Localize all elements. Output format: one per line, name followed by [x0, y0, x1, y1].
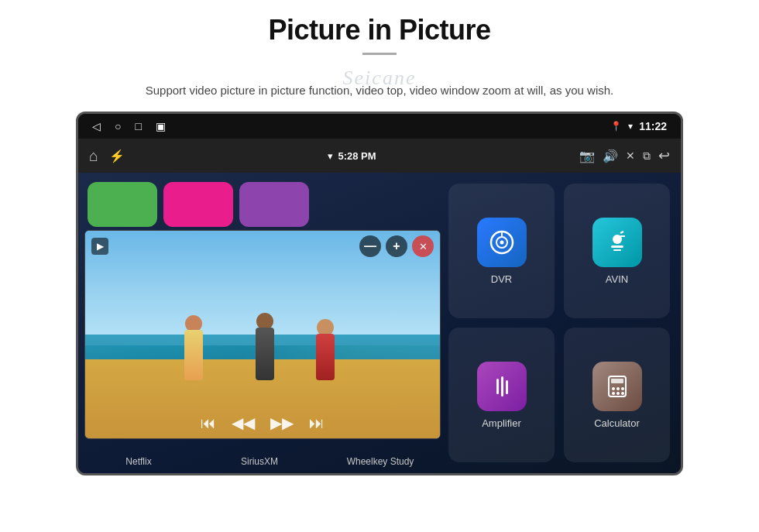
top-app-icons — [78, 173, 441, 227]
close-window-icon[interactable]: ✕ — [626, 149, 635, 162]
svg-rect-16 — [611, 379, 623, 383]
svg-point-19 — [621, 387, 624, 390]
avin-app-label: AVIN — [606, 273, 628, 285]
calculator-app-label: Calculator — [594, 417, 640, 429]
next-button[interactable]: ▶▶ — [270, 414, 294, 432]
forward-button[interactable]: ⏭ — [309, 414, 325, 432]
svg-point-18 — [616, 387, 620, 390]
svg-point-17 — [612, 387, 615, 390]
dvr-app-icon — [477, 218, 527, 267]
recent-icon[interactable]: □ — [135, 120, 141, 132]
prev-button[interactable]: ◀◀ — [232, 414, 255, 432]
svg-rect-10 — [496, 383, 499, 390]
nav-icons: ◁ ○ □ ▣ — [92, 120, 166, 132]
left-panel: ▶ — + ✕ ⏮ ◀◀ ▶▶ ⏭ — [78, 173, 441, 473]
svg-line-7 — [620, 232, 623, 233]
home-icon[interactable]: ○ — [115, 120, 121, 132]
person-1 — [184, 315, 203, 380]
svg-point-21 — [616, 392, 620, 395]
app-labels-row: Netflix SiriusXM Wheelkey Study — [78, 451, 441, 473]
page-container: Picture in Picture Seicane Support video… — [0, 0, 759, 532]
amplifier-app-item[interactable]: Amplifier — [448, 328, 555, 462]
rewind-button[interactable]: ⏮ — [201, 414, 216, 432]
avin-app-item[interactable]: AVIN — [564, 184, 670, 318]
status-bar: ◁ ○ □ ▣ 📍 ▾ 11:22 — [78, 114, 681, 139]
app-bar-center: ▾ 5:28 PM — [328, 150, 376, 162]
pip-controls-top: ▶ — + ✕ — [91, 235, 434, 257]
main-content: ▶ — + ✕ ⏮ ◀◀ ▶▶ ⏭ — [78, 173, 681, 473]
calculator-app-icon — [592, 362, 642, 411]
app-bar-left: ⌂ ⚡ — [89, 147, 125, 165]
device-frame: ◁ ○ □ ▣ 📍 ▾ 11:22 ⌂ ⚡ ▾ 5:28 PM 📷 — [76, 112, 683, 475]
wheelkey-label[interactable]: Wheelkey Study — [320, 451, 441, 473]
svg-rect-14 — [506, 384, 508, 390]
camera-icon[interactable]: 📷 — [579, 149, 595, 163]
pip-play-icon[interactable]: ▶ — [91, 238, 108, 255]
location-icon: 📍 — [610, 121, 622, 132]
dvr-app-label: DVR — [491, 273, 512, 285]
amplifier-app-label: Amplifier — [482, 417, 521, 429]
page-subtitle: Support video picture in picture functio… — [146, 81, 613, 99]
pip-window[interactable]: ▶ — + ✕ ⏮ ◀◀ ▶▶ ⏭ — [84, 230, 441, 439]
page-title: Picture in Picture — [268, 14, 490, 46]
back-icon[interactable]: ◁ — [92, 120, 101, 132]
pip-expand-button[interactable]: + — [386, 235, 407, 257]
wheelkey-icon-bg[interactable] — [239, 182, 309, 227]
home-app-icon[interactable]: ⌂ — [89, 147, 98, 165]
svg-rect-12 — [501, 380, 503, 391]
calculator-icon-svg — [603, 372, 631, 400]
screenshot-icon[interactable]: ▣ — [156, 120, 166, 132]
volume-icon[interactable]: 🔊 — [603, 149, 618, 163]
window-icon[interactable]: ⧉ — [643, 149, 651, 163]
pip-btn-group: — + ✕ — [359, 235, 434, 257]
status-time: 11:22 — [639, 120, 667, 132]
siriusxm-icon-bg[interactable] — [163, 182, 233, 227]
pip-close-button[interactable]: ✕ — [412, 235, 434, 257]
svg-point-2 — [500, 240, 503, 244]
title-divider — [362, 53, 397, 55]
app-bar: ⌂ ⚡ ▾ 5:28 PM 📷 🔊 ✕ ⧉ ↩ — [78, 139, 681, 173]
siriusxm-label[interactable]: SiriusXM — [199, 451, 320, 473]
svg-point-20 — [612, 392, 615, 395]
pip-minimize-button[interactable]: — — [359, 235, 381, 257]
status-right: 📍 ▾ 11:22 — [610, 120, 667, 132]
wifi-icon: ▾ — [628, 121, 633, 132]
app-bar-right: 📷 🔊 ✕ ⧉ ↩ — [579, 147, 670, 164]
back-app-icon[interactable]: ↩ — [658, 147, 670, 164]
svg-rect-5 — [611, 245, 623, 248]
dvr-icon-svg — [488, 228, 516, 256]
right-panel: DVR AVIN — [441, 173, 681, 473]
amplifier-app-icon — [477, 362, 527, 411]
avin-icon-svg — [603, 228, 631, 256]
netflix-label[interactable]: Netflix — [78, 451, 199, 473]
person-2 — [256, 313, 274, 380]
calculator-app-item[interactable]: Calculator — [564, 328, 670, 462]
amplifier-icon-svg — [488, 372, 516, 400]
dvr-app-item[interactable]: DVR — [448, 184, 555, 318]
svg-rect-6 — [613, 249, 621, 251]
pip-controls-bottom: ⏮ ◀◀ ▶▶ ⏭ — [201, 414, 325, 432]
app-bar-time: 5:28 PM — [338, 150, 376, 162]
netflix-icon-bg[interactable] — [88, 182, 157, 227]
svg-point-22 — [621, 392, 624, 395]
avin-app-icon — [592, 218, 642, 267]
person-3 — [316, 319, 335, 380]
wifi-signal-icon: ▾ — [328, 150, 333, 162]
usb-icon: ⚡ — [109, 149, 125, 163]
pip-video-background — [85, 231, 440, 438]
